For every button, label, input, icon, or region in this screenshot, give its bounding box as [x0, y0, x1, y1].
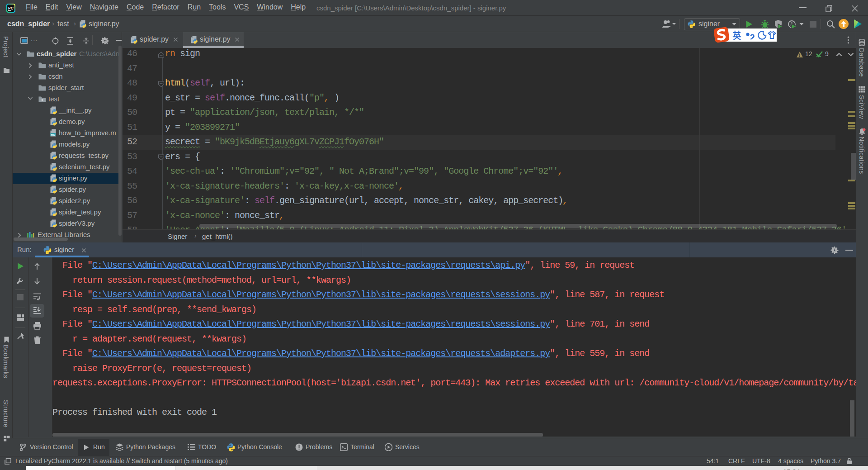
svg-text:MD: MD [51, 133, 56, 136]
svg-text:PC: PC [8, 6, 14, 10]
